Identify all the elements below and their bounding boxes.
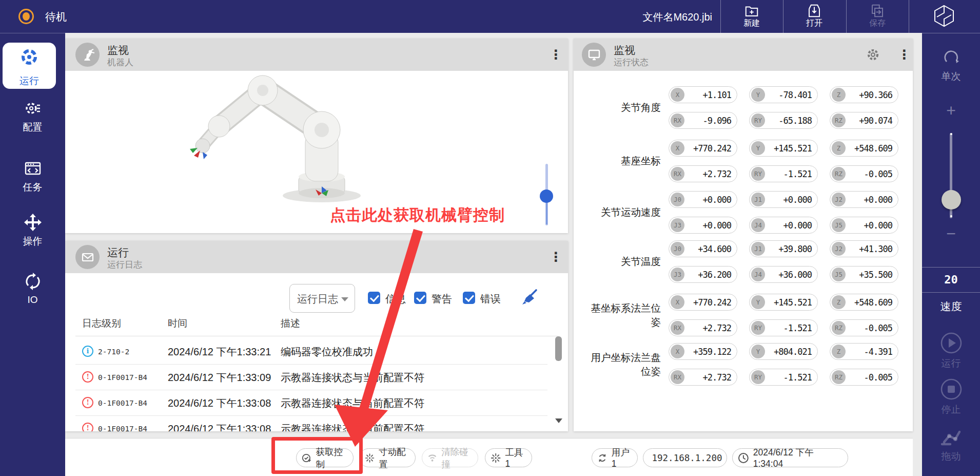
single-run-label: 单次 — [922, 70, 980, 83]
panel-title: 监视 — [614, 43, 635, 58]
robot-monitor-panel: 监视 机器人 ⋮ — [65, 39, 568, 233]
filter-checkbox-error[interactable] — [463, 292, 475, 304]
axis-badge: X — [671, 345, 684, 358]
log-code: 0-1F0017-B4 — [98, 399, 147, 407]
column-header-desc: 描述 — [281, 317, 300, 330]
clear-log-button[interactable] — [519, 287, 539, 309]
acquire-control-button[interactable]: 获取控制 — [296, 448, 354, 467]
clear-collision-button[interactable]: 清除碰撞 — [422, 448, 478, 467]
save-file-button[interactable]: 保存 — [853, 3, 902, 31]
annotation-text: 点击此处获取机械臂控制 — [330, 205, 505, 226]
open-file-button[interactable]: 打开 — [790, 3, 839, 31]
axis-value: +39.800 — [765, 244, 817, 254]
axis-badge: J5 — [832, 268, 846, 281]
log-row[interactable]: 2-710-2 2024/6/12 下午1:33:21 编码器零位校准成功 — [75, 339, 547, 365]
io-cycle-icon — [23, 272, 43, 291]
value-pill: X+770.242 — [669, 294, 737, 311]
kebab-menu-icon[interactable]: ⋮ — [550, 250, 562, 264]
jog-config-button[interactable]: 寸动配置 — [359, 448, 416, 467]
stop-program-button[interactable]: 停止 — [922, 378, 980, 416]
axis-badge: Z — [832, 88, 846, 102]
value-grid: J0+0.000 J1+0.000 J2+0.000 J3+0.000 J4+0… — [669, 191, 898, 234]
value-pill: Z+90.366 — [830, 86, 898, 103]
log-row[interactable]: 0-1F0017-B4 2024/6/12 下午1:33:09 示教器连接状态与… — [75, 365, 547, 390]
axis-value: +0.000 — [765, 220, 817, 231]
axis-value: +804.021 — [765, 347, 817, 357]
axis-badge: J5 — [832, 218, 846, 232]
run-status-panel: 监视 运行状态 ⋮ 关节角度 X+1.101 Y-78.401 Z+90.366… — [574, 39, 913, 431]
value-pill: RY-1.521 — [749, 319, 818, 336]
speed-minus-button[interactable]: − — [922, 224, 980, 243]
value-pill: J4+36.000 — [749, 266, 818, 283]
value-pill: X+359.122 — [669, 343, 737, 360]
value-pill: RX+2.732 — [669, 369, 737, 386]
sidebar-item-task[interactable]: 任务 — [0, 159, 65, 194]
scrollbar-thumb[interactable] — [555, 336, 562, 361]
log-desc: 示教器连接状态与当前配置不符 — [281, 371, 424, 385]
acquire-control-icon — [302, 452, 312, 464]
speed-plus-button[interactable]: + — [922, 101, 980, 120]
kebab-menu-icon[interactable]: ⋮ — [898, 47, 911, 62]
run-program-button[interactable]: 运行 — [922, 332, 980, 370]
axis-badge: J1 — [751, 193, 765, 206]
scrollbar[interactable] — [555, 336, 562, 424]
sidebar-item-run[interactable]: 运行 — [3, 43, 56, 89]
drag-mode-button[interactable]: 拖动 — [922, 425, 980, 463]
filter-label-info: 信息 — [385, 292, 406, 306]
single-run-cycle-icon — [942, 48, 961, 67]
error-icon — [82, 371, 93, 383]
axis-badge: RX — [671, 321, 684, 335]
sidebar-item-label: IO — [0, 294, 65, 306]
axis-value: +0.000 — [846, 195, 898, 205]
button-label: 获取控制 — [316, 446, 348, 470]
single-run-button[interactable]: 单次 — [922, 48, 980, 83]
top-bar: 待机 文件名M620.jbi 新建 打开 保存 — [0, 0, 980, 33]
axis-value: +145.521 — [765, 297, 817, 308]
axis-badge: X — [671, 88, 684, 102]
log-code: 0-1F0017-B4 — [98, 425, 147, 431]
view-zoom-slider-thumb[interactable] — [540, 189, 553, 203]
axis-value: -0.005 — [846, 372, 898, 383]
filter-checkbox-warning[interactable] — [414, 292, 426, 304]
axis-badge: RY — [751, 167, 765, 181]
sidebar-item-io[interactable]: IO — [0, 272, 65, 306]
stop-circle-icon — [940, 378, 963, 401]
log-desc: 示教器连接状态与当前配置不符 — [281, 396, 424, 410]
clock-icon — [738, 452, 749, 464]
log-time: 2024/6/12 下午1:33:08 — [168, 422, 271, 431]
value-pill: RZ+90.074 — [830, 112, 898, 129]
log-type-dropdown[interactable]: 运行日志 — [289, 284, 355, 313]
status-indicator-icon — [18, 9, 34, 24]
datetime-button[interactable]: 2024/6/12 下午1:34:04 — [732, 448, 848, 467]
log-row[interactable]: 0-1F0017-B4 2024/6/12 下午1:33:08 示教器连接状态与… — [75, 390, 547, 416]
column-header-time: 时间 — [168, 317, 187, 330]
gear-icon[interactable] — [866, 48, 880, 64]
axis-value: +36.000 — [765, 270, 817, 280]
ip-address-button[interactable]: 192.168.1.200 — [643, 448, 727, 467]
axis-value: -78.401 — [765, 90, 817, 100]
speed-label: 速度 — [922, 299, 980, 314]
axis-value: -9.096 — [684, 116, 737, 126]
axis-value: +145.521 — [765, 143, 817, 154]
axis-badge: X — [671, 141, 684, 155]
filter-label-error: 错误 — [480, 292, 501, 306]
tool-button[interactable]: 工具1 — [485, 448, 532, 467]
filter-checkbox-info[interactable] — [368, 292, 380, 304]
axis-value: +1.101 — [684, 90, 737, 100]
sidebar-item-operate[interactable]: 操作 — [0, 213, 65, 248]
axis-badge: RZ — [832, 321, 846, 335]
kebab-menu-icon[interactable]: ⋮ — [550, 47, 562, 62]
axis-value: +2.732 — [684, 323, 737, 333]
button-label: 清除碰撞 — [441, 446, 473, 470]
run-log-panel: 运行 运行日志 ⋮ 运行日志 信息 警告 错误 日志级别 时间 描述 2-710… — [65, 241, 568, 431]
value-pill: J2+41.300 — [830, 240, 898, 257]
axis-value: +2.732 — [684, 169, 737, 179]
stop-label: 停止 — [922, 403, 980, 416]
axis-value: +35.500 — [846, 270, 898, 280]
sidebar-item-config[interactable]: 配置 — [0, 99, 65, 134]
new-file-button[interactable]: 新建 — [727, 3, 776, 31]
log-row[interactable]: 0-1F0017-B4 2024/6/12 下午1:33:08 示教器连接状态与… — [75, 416, 547, 431]
user-frame-button[interactable]: 用户1 — [592, 448, 638, 467]
speed-slider-thumb[interactable] — [942, 190, 961, 210]
scroll-down-icon[interactable] — [555, 418, 562, 423]
